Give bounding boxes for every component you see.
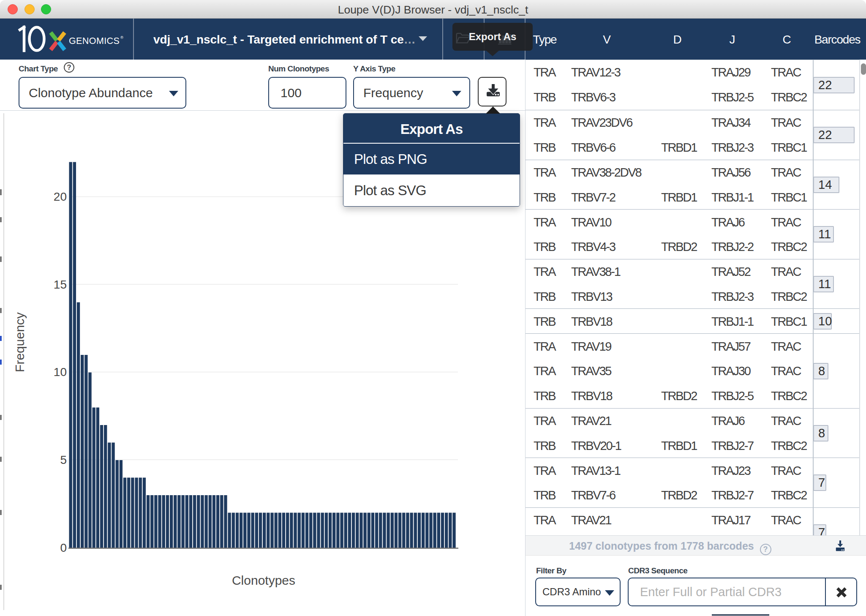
svg-text:Frequency: Frequency (13, 312, 27, 372)
svg-text:0: 0 (60, 541, 67, 554)
svg-text:GENOMICS: GENOMICS (69, 36, 120, 46)
svg-text:10: 10 (54, 365, 67, 379)
svg-text:Clonotypes: Clonotypes (232, 573, 295, 587)
svg-text:5: 5 (60, 453, 67, 466)
svg-text:20: 20 (54, 190, 67, 203)
svg-text:®: ® (120, 35, 123, 40)
svg-text:15: 15 (54, 278, 67, 291)
